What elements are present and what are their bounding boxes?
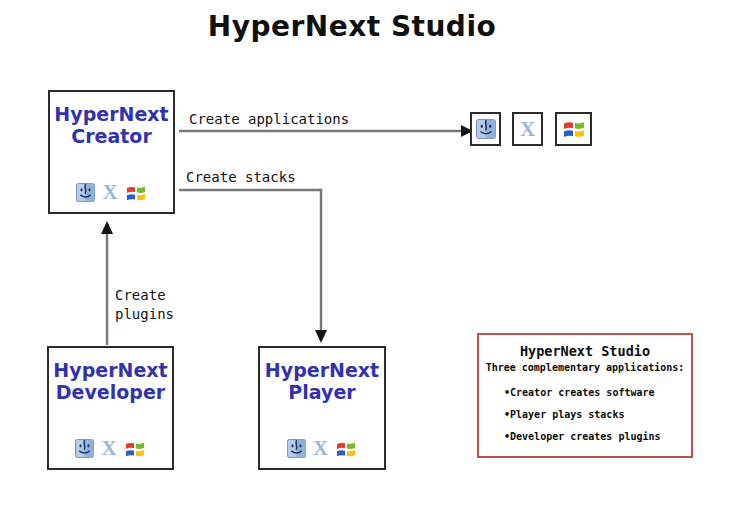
node-title-creator: HyperNext Creator	[50, 103, 173, 148]
windows-logo-icon	[562, 118, 586, 140]
mac-osx-x-icon: X	[313, 438, 328, 459]
platform-icons-creator: X	[50, 182, 173, 203]
platform-icons-developer: X	[49, 438, 172, 459]
mac-finder-icon	[76, 183, 95, 202]
app-target-chip-mac-classic	[470, 112, 501, 146]
info-bullet-creator: Creator creates software	[504, 382, 691, 404]
edge-label-create-plugins: Create plugins	[115, 286, 179, 324]
node-title-player: HyperNext Player	[260, 359, 384, 404]
arrowhead-create-stacks	[315, 330, 327, 343]
mac-finder-icon	[75, 439, 94, 458]
windows-logo-icon	[335, 439, 357, 459]
info-box-bullet-list: Creator creates software Player plays st…	[479, 382, 691, 448]
mac-osx-x-icon: X	[101, 438, 116, 459]
edge-label-create-applications: Create applications	[189, 110, 349, 129]
mac-finder-icon	[287, 439, 306, 458]
info-box: HyperNext Studio Three complementary app…	[477, 333, 693, 458]
app-target-chip-windows	[555, 112, 592, 146]
node-hypernext-player: HyperNext Player X	[258, 346, 386, 470]
arrowhead-create-plugins	[101, 221, 113, 234]
platform-icons-player: X	[260, 438, 384, 459]
app-target-chip-mac-osx: X	[512, 112, 543, 146]
info-box-subtitle: Three complementary applications:	[479, 362, 691, 373]
info-bullet-developer: Developer creates plugins	[504, 426, 691, 448]
mac-osx-x-icon: X	[520, 119, 535, 140]
windows-logo-icon	[124, 439, 146, 459]
mac-osx-x-icon: X	[102, 182, 117, 203]
diagram-canvas: HyperNext Studio Create applications Cre…	[0, 0, 734, 515]
arrow-create-stacks	[179, 190, 321, 331]
info-bullet-player: Player plays stacks	[504, 404, 691, 426]
node-hypernext-creator: HyperNext Creator X	[48, 90, 175, 214]
node-title-developer: HyperNext Developer	[49, 359, 172, 404]
windows-logo-icon	[125, 183, 147, 203]
info-box-title: HyperNext Studio	[479, 343, 691, 359]
node-hypernext-developer: HyperNext Developer X	[47, 346, 174, 470]
edge-label-create-stacks: Create stacks	[186, 168, 296, 187]
mac-finder-icon	[476, 119, 496, 139]
